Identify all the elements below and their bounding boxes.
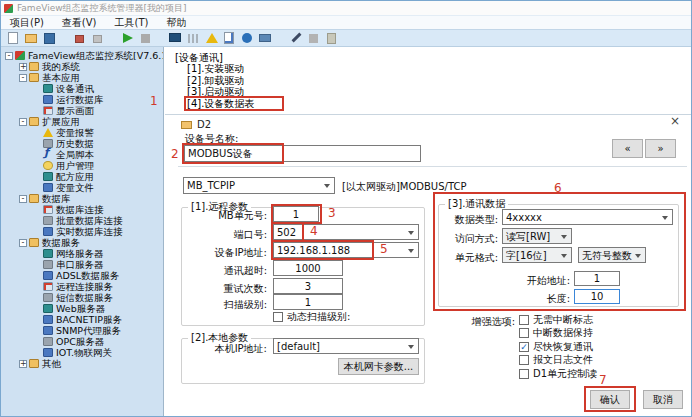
cancel-button[interactable]: 取消 <box>643 390 683 409</box>
new-file-icon[interactable] <box>6 31 21 45</box>
lock-icon[interactable] <box>72 31 87 45</box>
tree-item[interactable]: IOT.物联网关 <box>1 347 163 358</box>
variable-alarm-icon <box>43 128 53 137</box>
device-comm-list-item[interactable]: [2].卸载驱动 <box>187 75 254 87</box>
chart-icon[interactable] <box>186 31 201 45</box>
tree-item[interactable]: 运行数据库 <box>1 94 163 105</box>
dynamic-scan-checkbox[interactable]: 动态扫描级别: <box>273 310 350 324</box>
next-device-button[interactable]: » <box>645 139 676 158</box>
unlock-icon[interactable] <box>90 31 105 45</box>
enhanced-option-checkbox[interactable]: ✓ 尽快恢复通讯 <box>519 340 597 354</box>
timeout-input[interactable]: 1000 <box>273 260 343 276</box>
retry-input[interactable]: 3 <box>273 278 343 294</box>
enhanced-options: 无需中断标志 中断数据保持 ✓ 尽快恢复通讯 报文日志文件 D1单元控制读 <box>519 313 597 381</box>
tools-icon[interactable] <box>306 31 321 45</box>
tree-item[interactable]: - FameView组态监控系统[V7.6.12.8] <box>1 50 163 61</box>
variable-file-icon <box>43 183 53 192</box>
tree-item[interactable]: 网络服务器 <box>1 248 163 259</box>
tree-item[interactable]: OPC服务器 <box>1 336 163 347</box>
data-type-select[interactable]: 4xxxxx <box>502 209 673 225</box>
expand-toggle-icon[interactable]: - <box>5 52 13 60</box>
alarm-icon[interactable] <box>204 31 219 45</box>
stop-icon[interactable] <box>138 31 153 45</box>
tree-item[interactable]: 显示画面 <box>1 105 163 116</box>
remote-connection-icon <box>43 282 53 291</box>
scan-level-input[interactable]: 1 <box>273 294 343 310</box>
device-name-input[interactable]: MODBUS设备 <box>184 145 421 162</box>
start-address-input[interactable]: 1 <box>574 271 620 286</box>
tree-item[interactable]: 数据库连接 <box>1 204 163 215</box>
port-select[interactable]: 502 <box>273 224 419 240</box>
tree-item-label: 我的系统 <box>42 61 80 72</box>
enhanced-option-checkbox[interactable]: 报文日志文件 <box>519 354 597 368</box>
expand-toggle-icon[interactable]: - <box>19 239 27 247</box>
package-icon[interactable] <box>324 31 339 45</box>
tree-item[interactable]: SNMP代理服务 <box>1 325 163 336</box>
device-comm-list-item[interactable]: [4].设备数据表 <box>187 98 254 110</box>
menu-help[interactable]: 帮助 <box>157 16 195 30</box>
tree-item[interactable]: 短信数据服务 <box>1 292 163 303</box>
dial-icon[interactable] <box>240 31 255 45</box>
tree-item[interactable]: 实时数据库连接 <box>1 226 163 237</box>
tree-item[interactable]: - 数据服务 <box>1 237 163 248</box>
tree-item[interactable]: 远程连接服务 <box>1 281 163 292</box>
run-icon[interactable] <box>120 31 135 45</box>
network-icon[interactable] <box>258 31 273 45</box>
enhanced-option-checkbox[interactable]: 无需中断标志 <box>519 313 597 327</box>
tree-item[interactable]: 用户管理 <box>1 160 163 171</box>
tree-item[interactable]: Web服务器 <box>1 303 163 314</box>
chevron-down-icon <box>561 235 567 239</box>
expand-toggle-icon[interactable]: - <box>19 118 27 126</box>
save-icon[interactable] <box>42 31 57 45</box>
number-format-select[interactable]: 无符号整数 <box>578 247 646 263</box>
tree-item-label: SNMP代理服务 <box>56 325 121 336</box>
prev-device-button[interactable]: « <box>612 139 643 158</box>
access-mode-select[interactable]: 读写[RW] <box>502 228 572 244</box>
enhanced-option-checkbox[interactable]: D1单元控制读 <box>519 367 597 381</box>
monitor-icon[interactable] <box>168 31 183 45</box>
menu-project[interactable]: 项目(P) <box>1 16 53 30</box>
device-comm-list-item[interactable]: [3].启动驱动 <box>187 86 254 98</box>
tree-item[interactable]: + 我的系统 <box>1 61 163 72</box>
unit-format-select[interactable]: 字[16位] <box>502 247 572 263</box>
enhanced-option-checkbox[interactable]: 中断数据保持 <box>519 327 597 341</box>
tree-item[interactable]: - 扩展应用 <box>1 116 163 127</box>
tree-item[interactable]: 变量文件 <box>1 182 163 193</box>
mb-unit-input[interactable]: 1 <box>273 206 319 222</box>
access-mode-label: 访问方式: <box>438 232 498 246</box>
menu-tools[interactable]: 工具(T) <box>106 16 158 30</box>
tree-item[interactable]: 变量报警 <box>1 127 163 138</box>
local-ip-select[interactable]: [default] <box>273 338 419 354</box>
expand-toggle-icon[interactable]: - <box>19 74 27 82</box>
tree-item[interactable]: - 数据库 <box>1 193 163 204</box>
expand-toggle-icon[interactable]: + <box>19 63 27 71</box>
driver-select[interactable]: MB_TCPIP <box>183 177 335 194</box>
confirm-button[interactable]: 确认 <box>590 390 630 409</box>
device-comm-list-item[interactable]: [1].安装驱动 <box>187 63 254 75</box>
data-type-label: 数据类型: <box>438 213 498 227</box>
my-system-folder-icon <box>29 62 39 71</box>
tree-item[interactable]: ADSL数据服务 <box>1 270 163 281</box>
tree-item[interactable]: 配方应用 <box>1 171 163 182</box>
tree-item[interactable]: 全局脚本 <box>1 149 163 160</box>
tree-item[interactable]: 批量数据库连接 <box>1 215 163 226</box>
device-ip-select[interactable]: 192.168.1.188 <box>273 242 419 258</box>
chevron-down-icon <box>561 254 567 258</box>
expand-toggle-icon[interactable]: + <box>19 360 27 368</box>
tree-item[interactable]: 串口服务器 <box>1 259 163 270</box>
expand-toggle-icon[interactable]: - <box>19 195 27 203</box>
tree-item[interactable]: + 其他 <box>1 358 163 369</box>
edit-icon[interactable] <box>288 31 303 45</box>
tree-item[interactable]: - 基本应用 <box>1 72 163 83</box>
tree-item-label: FameView组态监控系统[V7.6.12.8] <box>28 50 164 61</box>
nic-params-button[interactable]: 本机网卡参数... <box>338 358 419 375</box>
tree-item[interactable]: 历史数据 <box>1 138 163 149</box>
tree-item[interactable]: BACNETIP服务 <box>1 314 163 325</box>
web-server-icon <box>43 304 53 313</box>
tree-item[interactable]: 设备通讯 <box>1 83 163 94</box>
close-icon[interactable]: × <box>667 115 683 129</box>
report-icon[interactable] <box>222 31 237 45</box>
menu-view[interactable]: 查看(V) <box>53 16 106 30</box>
open-project-icon[interactable] <box>24 31 39 45</box>
length-input[interactable]: 10 <box>574 289 620 304</box>
